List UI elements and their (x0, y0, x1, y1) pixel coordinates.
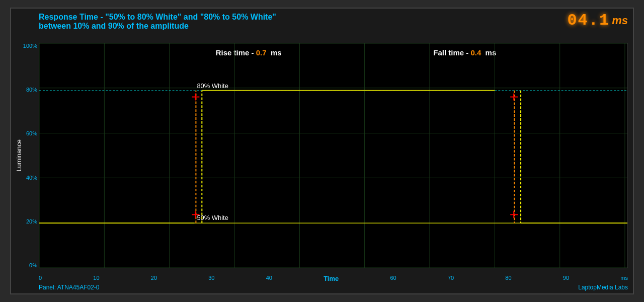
x-unit: ms (620, 275, 628, 282)
timer-display: 04.1 ms (567, 11, 628, 30)
y-tick-80: 80% (22, 87, 37, 93)
x-tick-90: 90 (563, 275, 569, 282)
chart-area: Rise time - 0.7 ms Fall time - 0.4 ms (39, 43, 628, 268)
y-axis-label: Luminance (15, 43, 23, 268)
y-tick-60: 60% (22, 130, 37, 136)
title-line1: Response Time - "50% to 80% White" and "… (39, 13, 628, 22)
x-ticks-container: 0 10 20 30 40 Time 60 70 80 90 ms (39, 275, 628, 282)
y-tick-0: 0% (22, 262, 37, 268)
x-tick-70: 70 (448, 275, 454, 282)
svg-text:80% White: 80% White (197, 82, 228, 90)
y-ticks: 100% 80% 60% 40% 20% 0% (22, 43, 37, 268)
x-tick-80: 80 (505, 275, 511, 282)
brand-label: LaptopMedia Labs (578, 284, 628, 291)
x-tick-60: 60 (390, 275, 396, 282)
timer-unit: ms (612, 14, 628, 27)
y-axis-text: Luminance (15, 139, 23, 172)
y-tick-100: 100% (22, 43, 37, 49)
x-tick-30: 30 (208, 275, 214, 282)
y-tick-20: 20% (22, 218, 37, 224)
chart-container: Response Time - "50% to 80% White" and "… (10, 8, 634, 294)
panel-label: Panel: ATNA45AF02-0 (39, 284, 100, 291)
x-tick-10: 10 (93, 275, 99, 282)
x-tick-20: 20 (151, 275, 157, 282)
x-tick-40: 40 (266, 275, 272, 282)
chart-svg: 80% White 50% White (39, 43, 627, 268)
y-tick-40: 40% (22, 175, 37, 181)
timer-digits: 04.1 (567, 11, 610, 30)
title-line2: between 10% and 90% of the amplitude (39, 22, 628, 31)
x-axis-label-time: Time (324, 275, 339, 282)
title-area: Response Time - "50% to 80% White" and "… (39, 13, 628, 31)
x-tick-0: 0 (39, 275, 42, 282)
